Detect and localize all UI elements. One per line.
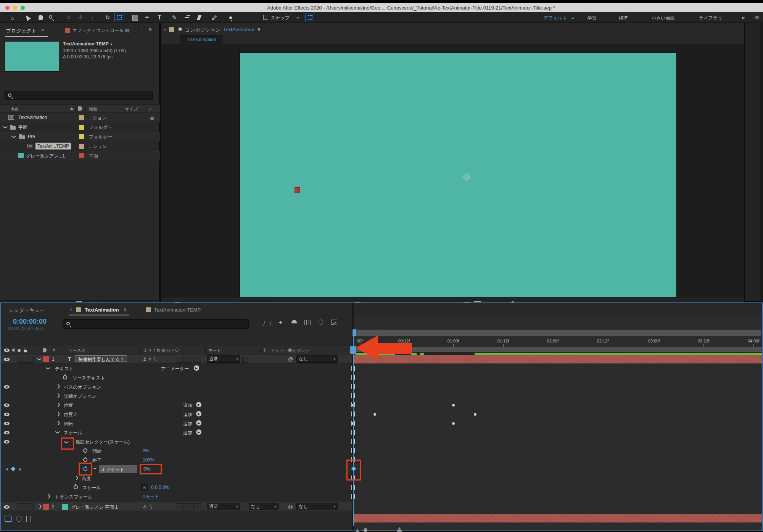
layer1-switch-icons[interactable]: ⚓ ✳ ∖ <box>143 357 156 362</box>
item-name[interactable]: Pre <box>28 134 35 139</box>
prop-label[interactable]: 高度 <box>82 476 91 482</box>
close-window-button[interactable] <box>5 6 10 10</box>
draft-3d-icon[interactable]: ✦ <box>278 319 283 326</box>
reset-link[interactable]: リセット <box>142 494 159 500</box>
prop-row-offset[interactable]: ◀ ▶ ❯ オフセット 0% <box>1 464 352 474</box>
col-f[interactable]: フ <box>147 106 151 112</box>
tab-composition-label[interactable]: コンポジション <box>185 27 221 34</box>
layer1-blend-mode-dropdown[interactable]: 通常▾ <box>207 355 240 363</box>
layer2-duration-bar[interactable] <box>354 514 762 522</box>
trkmat-cell[interactable] <box>242 356 248 363</box>
minimize-window-button[interactable] <box>13 6 17 10</box>
timeline-tab-close-icon[interactable]: × <box>69 307 72 312</box>
solo-cell[interactable] <box>18 356 25 363</box>
prop-label[interactable]: オフセット <box>101 466 124 473</box>
time-ruler[interactable]: 00f 00:12f 01:00f 01:12f 02:00f 02:12f 0… <box>354 336 762 347</box>
prop-label[interactable]: 位置 <box>64 402 73 409</box>
workspace-overflow-chevrons[interactable]: » <box>742 14 745 21</box>
collapse-chevron[interactable]: ❯ <box>75 475 79 480</box>
col-size[interactable]: サイズ <box>125 106 138 112</box>
workspace-small-screen[interactable]: 小さい画面 <box>652 15 675 21</box>
tab-composition-name[interactable]: TextAnimation <box>223 27 254 32</box>
prop-row-transform[interactable]: ❯ トランスフォーム リセット <box>1 492 352 501</box>
solo-cell[interactable] <box>18 503 25 510</box>
collapse-chevron[interactable]: ❯ <box>57 420 60 425</box>
prop-row-end[interactable]: 終了 100% <box>1 455 352 464</box>
dolly-tool-icon[interactable]: ↕ <box>87 13 98 23</box>
expand-layer-switches-toggle[interactable] <box>5 516 11 522</box>
prop-label[interactable]: トランスフォーム <box>55 494 92 500</box>
comp-canvas[interactable] <box>240 53 676 297</box>
prop-value[interactable]: 0% <box>143 448 149 453</box>
prop-row-source-text[interactable]: ソーステキスト <box>1 373 352 382</box>
prop-row-advanced[interactable]: ❯ 高度 <box>1 474 352 483</box>
col-mode[interactable]: モード <box>208 348 221 354</box>
snap-checkbox[interactable] <box>263 15 268 20</box>
prop-label[interactable]: 詳細オプション <box>64 393 96 400</box>
project-panel-menu-icon[interactable]: ≡ <box>41 27 44 33</box>
layer2-parent-dropdown[interactable]: なし▾ <box>296 503 338 510</box>
playhead-line[interactable] <box>353 329 354 526</box>
orbit-tool-icon[interactable]: ↺ <box>63 13 74 23</box>
expand-transfer-controls-toggle[interactable] <box>16 516 22 522</box>
prop-row-scale-value[interactable]: スケール ∞ 0.0,0.0% <box>1 483 352 492</box>
visibility-toggle[interactable] <box>4 413 10 416</box>
workspace-standard[interactable]: 標準 <box>619 15 628 21</box>
timeline-panel-menu-icon[interactable]: ≡ <box>124 307 126 312</box>
keyframe-indicator-diamond[interactable] <box>11 466 16 471</box>
keyframe-dot[interactable] <box>373 413 376 416</box>
visibility-toggle[interactable] <box>4 422 10 425</box>
prop-label[interactable]: テキスト <box>55 366 74 372</box>
prop-label[interactable]: 開始 <box>92 448 101 455</box>
prop-row-path-options[interactable]: ❯ パスのオプション <box>1 382 352 391</box>
lock-icon[interactable] <box>179 28 182 31</box>
sort-ascending-icon[interactable] <box>69 107 74 110</box>
item-name-selected[interactable]: TextAni...TEMP <box>35 143 71 149</box>
expand-chevron[interactable]: ❯ <box>11 135 16 138</box>
comp-panel-menu-icon[interactable]: ≡ <box>258 27 260 32</box>
layer1-expand-chevron[interactable]: ❯ <box>37 357 42 361</box>
tab-timeline-comp[interactable]: TextAnimation <box>85 307 119 313</box>
prop-row-text[interactable]: ❯ テキスト アニメーター: ▶ <box>1 364 352 373</box>
stopwatch-icon[interactable] <box>74 485 78 489</box>
prop-label[interactable]: 範囲セレクター(スケール) <box>76 439 130 445</box>
stopwatch-icon[interactable] <box>83 448 87 453</box>
visibility-toggle[interactable] <box>4 440 10 444</box>
frame-blend-icon[interactable] <box>304 320 311 325</box>
shape-tool-icon[interactable] <box>130 13 140 23</box>
anchor-point-icon[interactable] <box>462 173 471 182</box>
zoom-window-button[interactable] <box>21 6 25 10</box>
col-name[interactable]: 名前 <box>11 106 19 112</box>
constrain-link-icon[interactable]: ∞ <box>141 484 148 490</box>
prop-label[interactable]: スケール <box>82 485 101 491</box>
collapse-chevron[interactable]: ❯ <box>57 402 60 407</box>
add-button[interactable]: ▶ <box>196 420 201 426</box>
workspace-learn[interactable]: 学習 <box>588 15 597 21</box>
prop-row-scale-animator[interactable]: ❯ スケール 追加: ▶ <box>1 428 352 437</box>
switch-cell[interactable] <box>185 356 192 363</box>
item-name[interactable]: グレー系シアン...1 <box>26 153 65 159</box>
item-name[interactable]: TextAnimation <box>18 115 47 120</box>
mini-flowchart-icon[interactable] <box>263 321 272 326</box>
timeline-search-input[interactable] <box>63 319 249 329</box>
layer-row-1[interactable]: ❯ 1 T 映像制作楽しんでる？ ⚓ ✳ ∖ 通常▾ @ なし▾ <box>1 355 352 364</box>
text-expand-chevron[interactable]: ❯ <box>46 366 51 370</box>
animator-add-button[interactable]: ▶ <box>194 365 199 371</box>
stopwatch-icon[interactable] <box>83 458 87 462</box>
prop-row-range-selector[interactable]: ❯ 範囲セレクター(スケール) <box>1 437 352 446</box>
value-graph-chevron[interactable]: ❯ <box>93 467 97 470</box>
pan-behind-tool-selected[interactable] <box>114 13 124 22</box>
item-name[interactable]: 平面 <box>18 124 27 131</box>
layer1-label-swatch[interactable] <box>43 356 49 362</box>
pan-camera-tool-icon[interactable]: ✛ <box>75 13 86 23</box>
visibility-toggle[interactable] <box>4 385 10 389</box>
type-tool-icon[interactable]: T <box>154 13 165 23</box>
visibility-toggle[interactable] <box>4 431 10 434</box>
comp-tab-close-icon[interactable]: × <box>163 27 166 32</box>
collapse-chevron[interactable]: ❯ <box>57 393 60 398</box>
stamp-tool-icon[interactable] <box>182 13 192 23</box>
prop-label[interactable]: 回転 <box>64 421 73 427</box>
canvas-red-square-layer[interactable] <box>295 187 300 193</box>
keyframe-dot[interactable] <box>452 404 455 407</box>
eraser-tool-icon[interactable] <box>194 13 204 23</box>
